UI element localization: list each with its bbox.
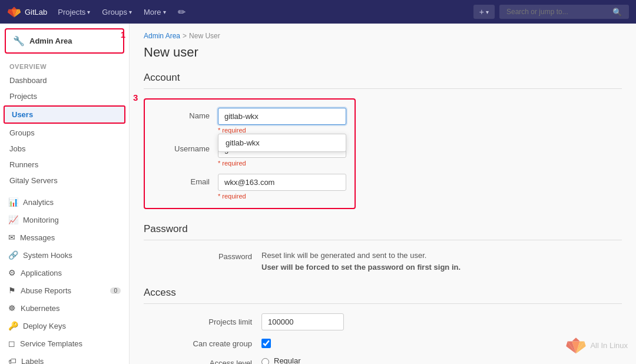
sidebar-section-overview: Overview Dashboard Projects Users 2 Grou… — [0, 58, 129, 188]
templates-icon: ◻ — [8, 339, 15, 348]
password-label: Password — [144, 250, 261, 261]
sidebar-item-projects[interactable]: Projects — [0, 88, 129, 104]
password-section: Password Password Reset link will be gen… — [144, 223, 622, 273]
search-bar[interactable]: 🔍 — [499, 5, 629, 19]
sidebar-item-labels[interactable]: 🏷 Labels — [0, 352, 129, 364]
autocomplete-dropdown: gitlab-wkx — [218, 134, 346, 152]
sidebar-item-analytics[interactable]: 📊 Analytics — [0, 193, 129, 211]
name-label: Name — [153, 108, 218, 120]
access-level-row: Access level Regular Regular users have … — [144, 356, 622, 364]
annotation-3: 3 — [133, 92, 138, 102]
nav-groups[interactable]: Groups ▾ — [96, 0, 138, 24]
nav-pencil[interactable]: ✏ — [172, 0, 191, 24]
monitoring-icon: 📈 — [8, 215, 18, 224]
sidebar-item-abuse-reports[interactable]: ⚑ Abuse Reports 0 — [0, 282, 129, 299]
watermark-logo — [565, 335, 587, 356]
sidebar-overview-label: Overview — [0, 58, 129, 72]
username-label: Username — [153, 141, 218, 153]
abuse-badge: 0 — [110, 287, 121, 294]
kubernetes-icon: ☸ — [8, 303, 16, 313]
sidebar-item-runners[interactable]: Runners — [0, 157, 129, 173]
breadcrumb-current: New User — [189, 32, 220, 40]
account-section-title: Account — [144, 72, 622, 89]
sidebar-item-monitoring[interactable]: 📈 Monitoring — [0, 211, 129, 229]
regular-radio[interactable] — [261, 358, 269, 364]
sidebar-item-deploy-keys[interactable]: 🔑 Deploy Keys — [0, 317, 129, 335]
sidebar-item-groups[interactable]: Groups — [0, 125, 129, 141]
sidebar-item-kubernetes[interactable]: ☸ Kubernetes — [0, 299, 129, 317]
sidebar-admin-area[interactable]: 🔧 Admin Area — [5, 28, 124, 54]
breadcrumb-admin-area[interactable]: Admin Area — [144, 32, 180, 40]
projects-limit-input[interactable] — [261, 313, 344, 330]
brand[interactable]: GitLab — [7, 5, 47, 19]
abuse-icon: ⚑ — [8, 286, 16, 295]
email-form-row: Email * required — [153, 174, 346, 200]
username-required-hint: * required — [218, 160, 346, 167]
email-field-wrapper: * required — [218, 174, 346, 200]
projects-limit-label: Projects limit — [144, 317, 261, 326]
account-section: Account 3 Name gitlab-wkx * requi — [144, 72, 622, 209]
watermark: All In Linux — [565, 335, 628, 356]
search-input[interactable] — [504, 5, 610, 19]
access-section: Access Projects limit Can create group A… — [144, 287, 622, 364]
sidebar-item-service-templates[interactable]: ◻ Service Templates — [0, 335, 129, 352]
regular-label: Regular — [274, 356, 447, 364]
brand-label: GitLab — [25, 8, 47, 16]
autocomplete-item[interactable]: gitlab-wkx — [218, 134, 346, 151]
analytics-icon: 📊 — [8, 197, 18, 207]
name-field-wrapper: gitlab-wkx * required — [218, 108, 346, 134]
sidebar-item-dashboard[interactable]: Dashboard — [0, 72, 129, 88]
password-section-title: Password — [144, 223, 622, 240]
breadcrumb: Admin Area > New User — [144, 32, 622, 40]
sidebar-item-users[interactable]: Users 2 — [4, 105, 125, 124]
sidebar-item-applications[interactable]: ⚙ Applications — [0, 264, 129, 282]
hooks-icon: 🔗 — [8, 250, 18, 260]
sidebar-item-system-hooks[interactable]: 🔗 System Hooks — [0, 246, 129, 264]
search-icon-button[interactable]: 🔍 — [610, 6, 624, 18]
sidebar-item-messages[interactable]: ✉ Messages — [0, 229, 129, 246]
gitlab-logo-icon — [7, 5, 21, 19]
page-title: New user — [144, 45, 622, 60]
apps-icon: ⚙ — [8, 268, 16, 277]
name-input[interactable] — [218, 108, 346, 125]
password-line2: User will be forced to set the password … — [261, 262, 622, 273]
access-level-options: Regular Regular users have access to the… — [261, 356, 622, 364]
access-level-label: Access level — [144, 356, 261, 364]
sidebar: 🔧 Admin Area 1 Overview Dashboard Projec… — [0, 24, 130, 364]
name-required-hint: * required — [218, 127, 346, 134]
password-description: Reset link will be generated and sent to… — [261, 250, 622, 273]
projects-limit-row: Projects limit — [144, 313, 622, 330]
keys-icon: 🔑 — [8, 321, 18, 330]
email-required-hint: * required — [218, 193, 346, 200]
name-form-row: Name gitlab-wkx * required — [153, 108, 346, 134]
topnav: GitLab Projects ▾ Groups ▾ More ▾ ✏ + ▾ … — [0, 0, 636, 24]
labels-icon: 🏷 — [8, 356, 16, 364]
password-form-row: Password Reset link will be generated an… — [144, 250, 622, 273]
can-create-group-label: Can create group — [144, 339, 261, 348]
nav-projects[interactable]: Projects ▾ — [52, 0, 96, 24]
nav-more[interactable]: More ▾ — [138, 0, 172, 24]
breadcrumb-separator: > — [183, 32, 187, 40]
email-input[interactable] — [218, 174, 346, 191]
sidebar-item-jobs[interactable]: Jobs — [0, 141, 129, 157]
nav-plus-btn[interactable]: + ▾ — [473, 5, 495, 19]
email-label: Email — [153, 174, 218, 186]
admin-area-label: Admin Area — [29, 37, 72, 45]
messages-icon: ✉ — [8, 233, 15, 242]
annotation-1: 1 — [121, 29, 125, 39]
regular-radio-row: Regular Regular users have access to the… — [261, 356, 622, 364]
wrench-icon: 🔧 — [13, 35, 25, 47]
can-create-group-checkbox[interactable] — [261, 339, 271, 348]
access-section-title: Access — [144, 287, 622, 304]
watermark-text: All In Linux — [590, 341, 628, 350]
sidebar-item-gitaly[interactable]: Gitaly Servers — [0, 173, 129, 188]
password-line1: Reset link will be generated and sent to… — [261, 250, 622, 262]
can-create-group-row: Can create group — [144, 339, 622, 348]
content-area: Admin Area > New User New user Account 3… — [130, 24, 636, 364]
